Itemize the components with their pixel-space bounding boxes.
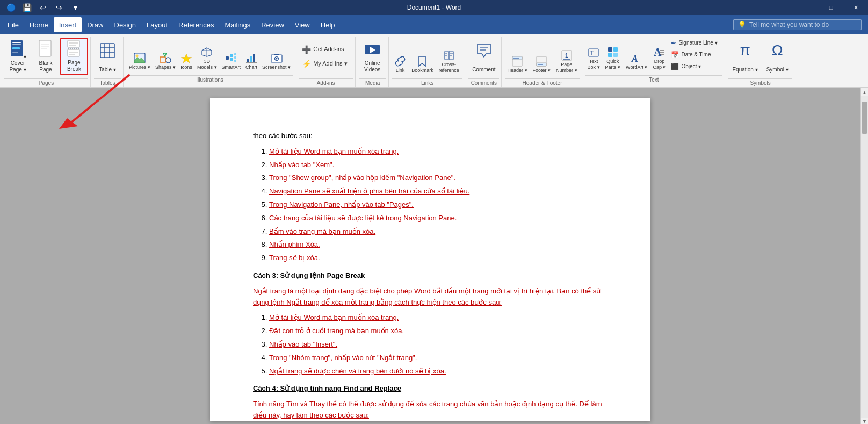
blank-page-button[interactable]: BlankPage xyxy=(32,38,59,75)
ribbon-group-links: Link Bookmark xyxy=(390,37,465,87)
list-item: Trong "Show group", nhấp vào hộp kiểm "N… xyxy=(269,173,607,184)
section3-body: Tính năng Tìm và Thay thế có thể được sử… xyxy=(253,399,607,421)
header-button[interactable]: Header ▾ xyxy=(505,54,529,75)
signature-line-label: Signature Line ▾ xyxy=(678,40,717,46)
svg-rect-16 xyxy=(68,49,79,56)
document-page[interactable]: theo các bước sau: Mở tài liệu Word mà b… xyxy=(210,98,650,421)
page-number-icon: 1 xyxy=(561,49,573,61)
chart-button[interactable]: Chart xyxy=(243,51,259,72)
equation-icon: π xyxy=(735,40,755,61)
svg-text:A: A xyxy=(631,53,638,64)
wordart-button[interactable]: A WordArt ▾ xyxy=(624,51,649,72)
svg-rect-69 xyxy=(613,47,618,52)
quick-parts-button[interactable]: QuickParts ▾ xyxy=(603,45,623,72)
shapes-button[interactable]: Shapes ▾ xyxy=(153,51,178,72)
list-item: Mở tài liệu Word mà bạn muốn xóa trang. xyxy=(269,146,607,157)
minimize-button[interactable]: ─ xyxy=(794,0,819,15)
menu-review[interactable]: Review xyxy=(256,17,290,32)
object-button[interactable]: ⬛ Object ▾ xyxy=(669,61,722,72)
menu-help[interactable]: Help xyxy=(315,17,341,32)
text-box-icon: T xyxy=(588,46,599,58)
date-time-button[interactable]: 📅 Date & Time xyxy=(669,49,722,60)
menu-layout[interactable]: Layout xyxy=(141,17,173,32)
signature-line-button[interactable]: ✒ Signature Line ▾ xyxy=(669,38,722,48)
search-bar[interactable]: 💡 xyxy=(733,19,862,30)
menu-references[interactable]: References xyxy=(173,17,219,32)
3d-models-button[interactable]: 3DModels ▾ xyxy=(195,45,219,72)
symbol-button[interactable]: Ω Symbol ▾ xyxy=(763,38,792,75)
bookmark-button[interactable]: Bookmark xyxy=(409,54,436,75)
ribbon-group-text: T TextBox ▾ QuickParts ▾ xyxy=(583,37,726,87)
comment-button[interactable]: Comment xyxy=(468,38,499,75)
equation-label: Equation ▾ xyxy=(732,67,757,73)
scrollbar-thumb[interactable] xyxy=(862,102,867,134)
page-break-button[interactable]: PageBreak xyxy=(60,38,88,75)
search-icon: 💡 xyxy=(738,21,746,28)
svg-rect-2 xyxy=(12,44,21,45)
save-button[interactable]: 💾 xyxy=(20,1,33,14)
media-buttons: OnlineVideos xyxy=(359,38,386,77)
blank-page-label: BlankPage xyxy=(39,60,52,73)
table-icon xyxy=(98,40,117,61)
svg-rect-27 xyxy=(160,57,165,62)
menu-insert[interactable]: Insert xyxy=(54,17,82,32)
scrollbar-track[interactable] xyxy=(861,96,868,418)
search-input[interactable] xyxy=(749,21,857,28)
link-label: Link xyxy=(396,68,405,74)
menu-draw[interactable]: Draw xyxy=(82,17,108,32)
shapes-label: Shapes ▾ xyxy=(155,64,176,70)
scroll-down-button[interactable]: ▼ xyxy=(861,418,869,424)
scroll-up-button[interactable]: ▲ xyxy=(861,89,869,96)
get-addins-button[interactable]: ➕ Get Add-ins xyxy=(299,43,352,56)
maximize-button[interactable]: □ xyxy=(819,0,843,15)
header-label: Header ▾ xyxy=(507,68,527,74)
footer-label: Footer ▾ xyxy=(533,68,551,74)
menu-design[interactable]: Design xyxy=(109,17,141,32)
list-item: Đặt con trỏ ở cuối trang mà bạn muốn xóa… xyxy=(269,326,607,337)
list-item: Nhấn phím Xóa. xyxy=(269,239,607,250)
screenshot-icon xyxy=(271,52,283,64)
redo-button[interactable]: ↪ xyxy=(53,1,66,14)
svg-rect-71 xyxy=(613,53,618,57)
svg-rect-46 xyxy=(274,54,279,55)
drop-cap-button[interactable]: A DropCap ▾ xyxy=(650,45,668,72)
icons-label: Icons xyxy=(180,64,192,70)
undo-button[interactable]: ↩ xyxy=(37,1,49,14)
footer-button[interactable]: Footer ▾ xyxy=(531,54,553,75)
page-number-button[interactable]: 1 PageNumber ▾ xyxy=(554,48,580,75)
page-break-label: PageBreak xyxy=(67,60,81,73)
close-button[interactable]: ✕ xyxy=(843,0,868,15)
cover-page-button[interactable]: ▾ CoverPage ▾ xyxy=(4,38,31,75)
my-addins-button[interactable]: ⚡ My Add-ins ▾ xyxy=(299,58,352,70)
list-item: Trang sẽ bị xóa. xyxy=(269,253,607,264)
my-addins-icon: ⚡ xyxy=(302,60,311,68)
svg-rect-19 xyxy=(100,44,114,58)
symbol-label: Symbol ▾ xyxy=(766,67,789,73)
screenshot-button[interactable]: Screenshot ▾ xyxy=(260,51,293,72)
equation-button[interactable]: π Equation ▾ xyxy=(728,38,761,75)
pages-buttons: ▾ CoverPage ▾ BlankPage xyxy=(4,38,88,77)
list-item: Navigation Pane sẽ xuất hiện ở phía bên … xyxy=(269,186,607,197)
menu-home[interactable]: Home xyxy=(24,17,54,32)
link-button[interactable]: Link xyxy=(392,54,408,75)
customize-button[interactable]: ▾ xyxy=(69,1,82,14)
text-box-button[interactable]: T TextBox ▾ xyxy=(585,45,602,72)
online-videos-button[interactable]: OnlineVideos xyxy=(359,38,386,75)
svg-rect-39 xyxy=(247,59,249,62)
smartart-button[interactable]: SmartArt xyxy=(220,51,243,72)
icons-button[interactable]: Icons xyxy=(178,51,194,72)
pictures-button[interactable]: Pictures ▾ xyxy=(127,51,153,72)
footer-icon xyxy=(536,55,547,67)
menu-file[interactable]: File xyxy=(2,17,24,32)
text-group-label: Text xyxy=(585,75,723,84)
menu-mailings[interactable]: Mailings xyxy=(220,17,256,32)
page-break-icon xyxy=(64,40,84,60)
object-icon: ⬛ xyxy=(671,63,679,70)
table-label: Table ▾ xyxy=(99,67,116,73)
list-item: Mở tài liệu Word mà bạn muốn xóa trang. xyxy=(269,312,607,324)
vertical-scrollbar[interactable]: ▲ ▼ xyxy=(860,88,868,424)
table-button[interactable]: Table ▾ xyxy=(94,38,121,75)
menu-view[interactable]: View xyxy=(290,17,315,32)
document-wrapper[interactable]: theo các bước sau: Mở tài liệu Word mà b… xyxy=(0,88,860,424)
cross-reference-button[interactable]: Cross-reference xyxy=(437,48,461,75)
